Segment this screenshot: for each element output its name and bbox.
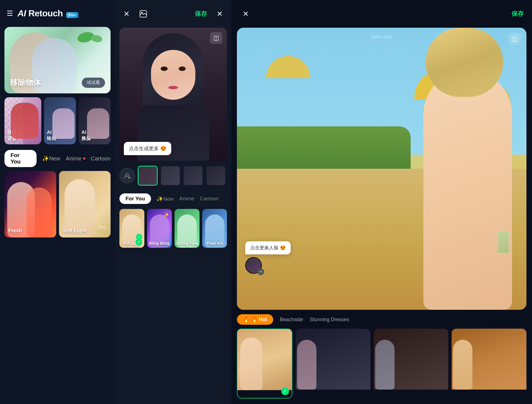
face-selector	[115, 162, 231, 190]
right-content-4[interactable]	[452, 329, 526, 398]
middle-header: ✕ 保存 ✕	[115, 0, 231, 28]
avatar-minus-btn[interactable]: −	[257, 269, 264, 275]
style-spring-time[interactable]: Spring Time	[175, 209, 200, 248]
mid-tab-cartoon[interactable]: Cartoon	[200, 196, 219, 202]
right-tabs: 🔥 🔥 Hot Beachside Stunning Dresses	[237, 310, 526, 329]
right-bottom: 🔥 🔥 Hot Beachside Stunning Dresses ✓	[231, 310, 532, 404]
mid-tab-for-you[interactable]: For You	[119, 193, 151, 204]
style-pixar-art[interactable]: Pixar Art	[202, 209, 227, 248]
content-grid: Fresh After. Soft Light	[4, 171, 111, 404]
left-header: ☰ AI Retouch Pro+	[0, 0, 115, 27]
face-thumb-3[interactable]	[183, 166, 203, 186]
face-thumb-4[interactable]	[206, 166, 226, 186]
right-header: ✕ 保存	[231, 0, 532, 28]
right-content-row: ✓	[237, 329, 526, 398]
app-logo: AI Retouch Pro+	[17, 8, 78, 19]
right-content-2[interactable]	[296, 329, 370, 398]
tab-anime[interactable]: Anime	[66, 155, 85, 162]
mid-tab-new[interactable]: ✨New	[157, 196, 174, 202]
right-tab-hot[interactable]: 🔥 🔥 Hot	[237, 314, 273, 325]
content-label-fresh: Fresh	[8, 228, 22, 234]
tab-for-you[interactable]: For You	[4, 150, 37, 167]
style-bling-bling[interactable]: ✨ Bling Bling	[147, 209, 172, 248]
right-save-button[interactable]: 保存	[511, 10, 524, 18]
tab-new[interactable]: ✨New	[42, 155, 60, 162]
add-face-button[interactable]	[119, 168, 135, 183]
right-close-button[interactable]: ✕	[240, 8, 252, 20]
banner-card: 移除物体 试试看	[4, 27, 111, 93]
style-name-pixar: Pixar Art	[202, 241, 227, 246]
beach-compare-toggle[interactable]: ◫	[508, 33, 521, 45]
image-icon[interactable]	[137, 8, 149, 20]
style-name-bling: Bling Bling	[147, 241, 172, 246]
feature-ai-paint[interactable]: AI绘画	[44, 97, 76, 144]
logo-text: AI Retouch Pro+	[17, 8, 78, 18]
middle-panel: ✕ 保存 ✕ ◫ 点击生成更多 😍	[115, 0, 231, 404]
compare-toggle[interactable]: ◫	[210, 32, 222, 44]
try-button[interactable]: 试试看	[82, 78, 105, 88]
selected-check-badge: ✓	[281, 387, 289, 395]
middle-save-button[interactable]: 保存	[195, 10, 207, 18]
pro-badge: Pro+	[66, 12, 78, 18]
feature-remove-bg[interactable]: 移除背景	[4, 97, 41, 144]
beach-chat-bubble[interactable]: 点击更换人脸 😍	[245, 241, 291, 254]
beach-image: rjshe.com ◫ 点击更换人脸 😍 −	[237, 28, 526, 310]
close-button[interactable]: ✕	[121, 8, 133, 20]
main-image-area: ◫ 点击生成更多 😍	[119, 28, 227, 161]
style-name-spring: Spring Time	[175, 241, 200, 246]
style-soft-light[interactable]: Soft Light ✓	[119, 209, 144, 248]
menu-icon[interactable]: ☰	[7, 9, 13, 18]
middle-tabs: For You ✨New Anime Cartoon	[115, 190, 231, 208]
content-label-soft-light: Soft Light	[63, 228, 86, 234]
right-tab-dresses[interactable]: Stunning Dresses	[310, 317, 349, 323]
tab-cartoon[interactable]: Cartoon	[91, 155, 111, 162]
right-content-main[interactable]: ✓	[237, 329, 292, 398]
main-portrait-image	[119, 28, 227, 161]
content-item-fresh[interactable]: Fresh	[4, 171, 56, 237]
right-main-area: rjshe.com ◫ 点击更换人脸 😍 −	[237, 28, 526, 310]
face-thumb-1[interactable]	[138, 166, 158, 186]
feature-ai-face[interactable]: AI换脸	[79, 97, 111, 144]
right-tab-beachside[interactable]: Beachside	[280, 317, 303, 323]
face-thumb-2[interactable]	[160, 166, 180, 186]
selected-check: ✓	[136, 234, 142, 240]
left-tabs: For You ✨New Anime Cartoon	[0, 144, 115, 171]
watermark: rjshe.com	[371, 34, 392, 39]
style-name-soft-light: Soft Light	[119, 241, 144, 246]
content-item-soft-light[interactable]: After. Soft Light	[59, 171, 111, 237]
style-grid: Soft Light ✓ ✨ Bling Bling Spring Time P…	[115, 209, 231, 248]
middle-close-button[interactable]: ✕	[214, 8, 226, 20]
right-content-3[interactable]	[374, 329, 449, 398]
feature-grid: 移除背景 AI绘画 AI换脸	[4, 97, 111, 144]
right-panel: ✕ 保存 rjshe.com ◫ 点击更换人脸 😍	[231, 0, 532, 404]
left-panel: ☰ AI Retouch Pro+ 移除物体 试试看 移除背景	[0, 0, 115, 404]
mid-tab-anime[interactable]: Anime	[179, 196, 194, 202]
chat-bubble[interactable]: 点击生成更多 😍	[124, 142, 171, 155]
banner-title: 移除物体	[10, 77, 41, 88]
